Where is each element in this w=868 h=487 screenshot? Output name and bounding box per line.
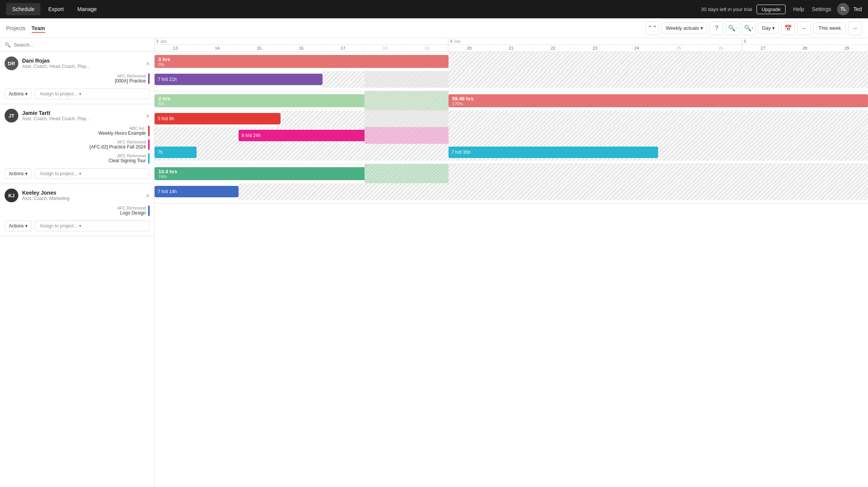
weekly-actuals-label: Weekly actuals: [666, 25, 699, 31]
color-bar-keeley-0: [148, 205, 150, 216]
actions-row-dani: Actions ▾ Assign to project... ▾: [0, 85, 154, 104]
week3-label: 3: [156, 39, 158, 44]
person-name-dani: Dani Rojas: [22, 58, 142, 64]
keeley-spacer: [155, 200, 868, 203]
user-name[interactable]: Ted: [853, 6, 862, 12]
next-week-button[interactable]: →: [848, 21, 862, 35]
this-week-label: This week: [818, 25, 841, 31]
calendar-button[interactable]: 📅: [781, 21, 795, 35]
assign-button-dani[interactable]: Assign to project... ▾: [35, 89, 150, 99]
jamie-wknd-1: [365, 127, 449, 144]
keeley-project-future: [239, 183, 868, 200]
project-label-jamie-2: AFC Richmond Cleat Signing Tour: [5, 153, 146, 163]
actions-button-keeley[interactable]: Actions ▾: [5, 221, 32, 231]
person-header-dani: DR Dani Rojas Asst. Coach, Head Coach, P…: [0, 52, 154, 72]
jamie-project-bars-2: 7h 7 h/d 35h: [155, 144, 868, 161]
day-18: 18: [364, 45, 406, 52]
view-mode-label: Day: [762, 25, 771, 31]
dani-summary-bar: 0 hrs 0%: [155, 55, 449, 68]
day-23: 23: [574, 45, 616, 52]
nav-schedule[interactable]: Schedule: [6, 3, 40, 15]
project-name-jamie-2: Cleat Signing Tour: [5, 158, 146, 163]
project-name-keeley-0: Logo Design: [5, 210, 146, 216]
zoom-out-button[interactable]: 🔍−: [726, 21, 739, 35]
calendar-panel: 3 Jan 13 14 15 16 17 18 19: [155, 38, 868, 487]
jamie-bar-label-2b: 7 h/d 35h: [452, 150, 471, 155]
collapse-button[interactable]: ⌃⌃: [645, 21, 659, 35]
project-label-dani-0: AFC Richmond [000A] Practice: [5, 74, 146, 84]
left-panel: 🔍 DR Dani Rojas Asst. Coach, Head Coach,…: [0, 38, 155, 487]
person-info-dani: Dani Rojas Asst. Coach, Head Coach, Play…: [22, 58, 142, 69]
day-28: 28: [784, 45, 826, 52]
person-name-keeley: Keeley Jones: [22, 190, 142, 196]
jamie-project-bars-0: 3 h/d 9h: [155, 110, 868, 127]
jamie-bar-label-2a: 7h: [158, 150, 163, 155]
nav-manage[interactable]: Manage: [71, 3, 103, 15]
color-bar-jamie-1: [148, 139, 150, 150]
day-19: 19: [406, 45, 448, 52]
actions-row-keeley: Actions ▾ Assign to project... ▾: [0, 218, 154, 236]
view-mode-dropdown[interactable]: Day ▾: [758, 23, 779, 34]
jamie-project-bars-1: 8 h/d 24h: [155, 127, 868, 144]
help-icon-button[interactable]: ?: [710, 21, 723, 35]
weekly-actuals-dropdown[interactable]: Weekly actuals ▾: [661, 23, 707, 34]
actions-chevron-icon-jamie: ▾: [25, 171, 27, 176]
jamie-wknd-0: [365, 110, 449, 127]
jamie-bar-2a: 7h: [155, 147, 197, 158]
dani-project-bars: 7 h/d 21h: [155, 71, 868, 88]
project-client-jamie-1: AFC Richmond: [5, 140, 146, 144]
project-client-dani-0: AFC Richmond: [5, 74, 146, 78]
collapse-dani[interactable]: ∧: [146, 60, 150, 66]
day-16: 16: [280, 45, 322, 52]
assign-label-dani: Assign to project...: [40, 91, 77, 97]
this-week-button[interactable]: This week: [813, 23, 846, 34]
actions-chevron-icon-keeley: ▾: [25, 223, 27, 229]
actions-label-keeley: Actions: [9, 223, 24, 229]
cal-section-dani: 0 hrs 0% 7 h/d 21h: [155, 52, 868, 91]
person-info-jamie: Jamie Tartt Asst. Coach, Head Coach, Pla…: [22, 110, 142, 121]
actions-button-jamie[interactable]: Actions ▾: [5, 168, 32, 179]
collapse-jamie[interactable]: ∧: [146, 113, 150, 119]
dani-pct: 0%: [158, 62, 449, 67]
actions-button-dani[interactable]: Actions ▾: [5, 89, 32, 99]
day-25: 25: [658, 45, 700, 52]
keeley-bar-label-0: 7 h/d 14h: [158, 189, 177, 194]
day-14: 14: [197, 45, 239, 52]
tab-team[interactable]: Team: [32, 24, 45, 33]
avatar-jamie: JT: [5, 109, 18, 123]
day-29: 29: [826, 45, 868, 52]
color-bar-dani-0: [148, 73, 150, 84]
prev-week-button[interactable]: ←: [797, 21, 811, 35]
help-link[interactable]: Help: [793, 6, 804, 12]
jamie-bar-2b: 7 h/d 35h: [449, 147, 658, 158]
dropdown-chevron-icon: ▾: [700, 25, 703, 31]
avatar[interactable]: TL: [837, 3, 849, 15]
dani-spacer: [155, 88, 868, 91]
zoom-in-button[interactable]: 🔍+: [742, 21, 755, 35]
assign-button-jamie[interactable]: Assign to project... ▾: [35, 168, 150, 179]
nav-export[interactable]: Export: [42, 3, 69, 15]
actions-chevron-icon: ▾: [25, 91, 27, 97]
dani-future-area: [449, 52, 868, 71]
assign-button-keeley[interactable]: Assign to project... ▾: [35, 221, 150, 231]
project-label-jamie-0: ABC Inc. Weekly Hours Example: [5, 126, 146, 136]
person-name-jamie: Jamie Tartt: [22, 110, 142, 116]
avatar-keeley: KJ: [5, 189, 18, 202]
jamie-bar-label-1: 8 h/d 24h: [242, 133, 261, 138]
cal-section-jamie: 2 hrs 5% 59.49 hrs 170% 3 h/d 9h: [155, 91, 868, 164]
person-section-jamie: JT Jamie Tartt Asst. Coach, Head Coach, …: [0, 104, 154, 184]
collapse-keeley[interactable]: ∧: [146, 192, 150, 198]
day-15: 15: [239, 45, 281, 52]
upgrade-button[interactable]: Upgrade: [757, 5, 786, 14]
search-input[interactable]: [14, 42, 150, 48]
week5-label: 5: [744, 39, 746, 44]
actions-row-jamie: Actions ▾ Assign to project... ▾: [0, 165, 154, 184]
jamie-summary-bar-2: 59.49 hrs 170%: [449, 94, 868, 107]
tab-projects[interactable]: Projects: [6, 24, 26, 33]
project-client-keeley-0: AFC Richmond: [5, 206, 146, 210]
person-header-keeley: KJ Keeley Jones Asst. Coach, Marketing ∧: [0, 184, 154, 204]
dani-project-bar-label-0: 7 h/d 21h: [158, 77, 177, 82]
settings-link[interactable]: Settings: [812, 6, 831, 12]
day-27: 27: [742, 45, 784, 52]
toolbar-right: ⌃⌃ Weekly actuals ▾ ? 🔍− 🔍+ Day ▾ 📅 ← Th…: [645, 21, 862, 35]
